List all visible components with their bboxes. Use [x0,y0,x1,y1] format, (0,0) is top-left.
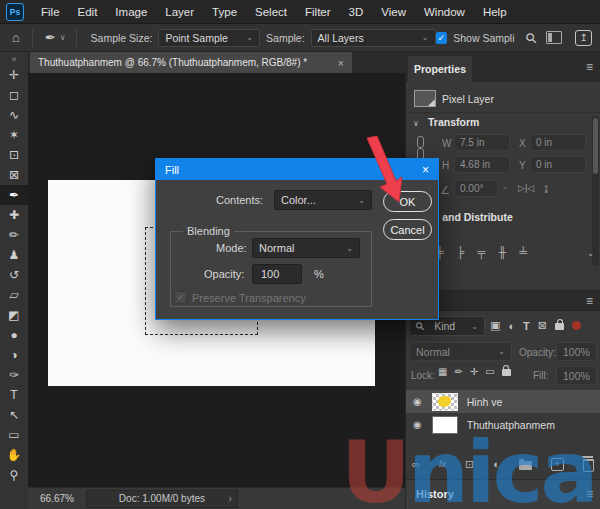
menu-select[interactable]: Select [246,6,296,18]
eyedropper-icon[interactable]: ✒ [45,30,56,45]
layer-thumbnail[interactable] [432,416,458,434]
lasso-tool[interactable]: ∿ [0,105,28,125]
path-selection-tool[interactable]: ↖ [0,405,28,425]
panel-menu-icon[interactable]: ≡ [586,488,593,500]
collapse-panels-icon[interactable]: » [0,52,28,65]
delete-layer-icon[interactable] [583,459,594,472]
menu-filter[interactable]: Filter [296,6,340,18]
menu-type[interactable]: Type [203,6,246,18]
filter-lock-icon[interactable] [555,323,564,330]
panel-menu-icon[interactable]: ≡ [586,295,593,307]
height-field[interactable]: 4.68 in [454,156,510,173]
align-top-icon[interactable]: ╤ [478,246,486,258]
menu-layer[interactable]: Layer [156,6,203,18]
quick-selection-tool[interactable]: ✶ [0,125,28,145]
menu-edit[interactable]: Edit [69,6,107,18]
healing-brush-tool[interactable]: ✚ [0,205,28,225]
eye-icon[interactable]: ◉ [413,419,422,430]
sample-dropdown[interactable]: All Layers ⌄ [311,29,436,47]
chevron-right-icon[interactable]: › [229,493,232,504]
zoom-tool[interactable]: ⚲ [0,465,28,485]
menu-file[interactable]: File [32,6,69,18]
menu-image[interactable]: Image [106,6,156,18]
workspace-icon[interactable] [546,31,563,44]
frame-tool[interactable]: ⊠ [0,165,28,185]
pen-tool[interactable]: ✑ [0,365,28,385]
layer-row-thuthuatphanmem[interactable]: ◉ Thuthuatphanmem [406,413,600,436]
photoshop-logo-icon[interactable]: Ps [6,3,24,21]
lock-position-icon[interactable]: ✛ [470,366,478,377]
history-brush-tool[interactable]: ↺ [0,265,28,285]
lock-artboard-icon[interactable]: ▭ [485,366,494,377]
document-info[interactable]: Doc: 1.00M/0 bytes › [86,490,238,508]
filter-image-icon[interactable]: ▣ [490,319,500,332]
menu-window[interactable]: Window [415,6,474,18]
layer-mask-icon[interactable]: ⊡ [465,458,474,471]
blend-mode-dropdown[interactable]: Normal ⌄ [409,342,512,361]
layer-thumbnail[interactable] [432,393,458,411]
chevron-down-icon[interactable]: ⌄ [502,183,508,191]
blur-tool[interactable]: ● [0,325,28,345]
crop-tool[interactable]: ⊡ [0,145,28,165]
chevron-down-icon[interactable]: ∨ [413,119,419,128]
menu-3d[interactable]: 3D [340,6,373,18]
dodge-tool[interactable]: ◑ [0,345,28,365]
lock-all-icon[interactable] [502,369,511,376]
filter-adjustment-icon[interactable]: ◐ [508,320,515,332]
chevron-down-icon[interactable]: ⌄ [587,249,594,258]
eye-icon[interactable]: ◉ [413,396,422,407]
adjustment-layer-icon[interactable]: ◐ [493,458,500,470]
mode-dropdown[interactable]: Normal ⌄ [252,238,360,258]
gradient-tool[interactable]: ◩ [0,305,28,325]
link-layers-icon[interactable]: ∞ [412,458,420,470]
menu-help[interactable]: Help [474,6,516,18]
show-sampling-checkbox[interactable]: ✓ [436,32,448,44]
flip-horizontal-icon[interactable]: ▷|◁ [518,183,534,193]
new-layer-icon[interactable]: + [551,458,564,471]
scrollbar-thumb[interactable] [593,118,598,174]
align-center-icon[interactable]: ╞ [457,246,465,258]
lock-pixels-icon[interactable]: ✏ [454,366,462,377]
layer-name[interactable]: Hinh ve [467,396,503,408]
panel-scrollbar[interactable] [592,116,599,266]
panel-menu-icon[interactable]: ≡ [586,61,593,73]
move-tool[interactable]: ✛ [0,65,28,85]
sample-size-dropdown[interactable]: Point Sample ⌄ [158,29,260,47]
document-tab[interactable]: Thuthuatphanmem @ 66.7% (Thuthuatphanmem… [30,52,352,73]
eyedropper-tool[interactable]: ✒ [0,185,28,205]
brush-tool[interactable]: ✏ [0,225,28,245]
menu-view[interactable]: View [372,6,415,18]
opacity-field[interactable]: 100% [556,342,597,361]
align-middle-icon[interactable]: ╫ [498,246,506,258]
type-tool[interactable]: T [0,385,28,405]
fill-field[interactable]: 100% [556,366,597,385]
y-field[interactable]: 0 in [530,156,586,173]
layer-name[interactable]: Thuthuatphanmem [467,419,555,431]
close-icon[interactable]: × [338,57,344,69]
shape-tool[interactable]: ▭ [0,425,28,445]
eraser-tool[interactable]: ▱ [0,285,28,305]
lock-transparency-icon[interactable]: ▦ [438,366,447,377]
width-field[interactable]: 7.5 in [454,134,510,151]
new-group-icon[interactable] [519,461,532,470]
zoom-level[interactable]: 66.67% [40,493,74,504]
marquee-tool[interactable]: ◻ [0,85,28,105]
hand-tool[interactable]: ✋ [0,445,28,465]
rotate-field[interactable]: 0.00° [454,180,498,197]
layer-effects-icon[interactable]: fx [439,459,446,469]
close-icon[interactable]: × [422,163,429,177]
filter-type-icon[interactable]: T [523,320,530,332]
chevron-down-icon[interactable]: ∨ [60,33,66,42]
x-field[interactable]: 0 in [530,134,586,151]
share-icon[interactable]: ↥ [575,30,592,46]
align-bottom-icon[interactable]: ╧ [519,246,527,258]
layer-row-hinh-ve[interactable]: ◉ Hinh ve [406,390,600,413]
filter-frame-icon[interactable]: ⊠ [538,319,547,332]
home-icon[interactable]: ⌂ [12,30,20,45]
cancel-button[interactable]: Cancel [383,219,432,240]
flip-vertical-icon[interactable]: ↨ [543,181,549,195]
search-icon[interactable]: ⚲ [521,28,540,47]
opacity-input[interactable]: 100 [252,264,302,284]
tab-properties[interactable]: Properties [408,56,472,82]
filter-switch-icon[interactable] [572,321,581,330]
